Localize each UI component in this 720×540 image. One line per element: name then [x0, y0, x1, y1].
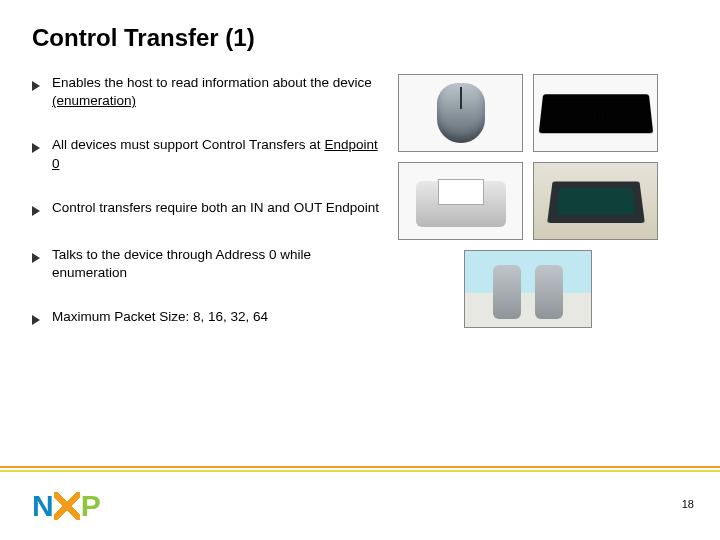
- svg-marker-2: [32, 206, 40, 216]
- image-mouse: [398, 74, 523, 152]
- bullet-item: Maximum Packet Size: 8, 16, 32, 64: [32, 308, 382, 329]
- slide-title: Control Transfer (1): [32, 24, 688, 52]
- bullet-item: Control transfers require both an IN and…: [32, 199, 382, 220]
- bullet-text: Control transfers require both an IN and…: [52, 199, 379, 217]
- footer-divider: [0, 466, 720, 472]
- triangle-icon: [32, 249, 46, 267]
- bullet-text-underlined: (enumeration): [52, 93, 136, 108]
- footer: N P 18: [0, 466, 720, 540]
- bullet-text: All devices must support Control Transfe…: [52, 136, 382, 172]
- svg-marker-0: [32, 81, 40, 91]
- bullet-text: Enables the host to read information abo…: [52, 74, 382, 110]
- image-printer: [398, 162, 523, 240]
- image-scanner: [533, 162, 658, 240]
- bullet-text-pre: All devices must support Control Transfe…: [52, 137, 324, 152]
- bullet-text: Maximum Packet Size: 8, 16, 32, 64: [52, 308, 268, 326]
- bullet-text-pre: Control transfers require both an IN and…: [52, 200, 379, 215]
- bullet-text-pre: Talks to the device through Address 0 wh…: [52, 247, 311, 280]
- triangle-icon: [32, 311, 46, 329]
- bullet-text-pre: Enables the host to read information abo…: [52, 75, 372, 90]
- bullet-list: Enables the host to read information abo…: [32, 74, 382, 355]
- triangle-icon: [32, 139, 46, 157]
- svg-marker-1: [32, 143, 40, 153]
- bullet-item: All devices must support Control Transfe…: [32, 136, 382, 172]
- image-keyboard: [533, 74, 658, 152]
- slide: Control Transfer (1) Enables the host to…: [0, 0, 720, 540]
- bullet-text: Talks to the device through Address 0 wh…: [52, 246, 382, 282]
- page-number: 18: [682, 498, 694, 510]
- nxp-logo: N P: [32, 491, 100, 521]
- svg-marker-3: [32, 253, 40, 263]
- image-grid: [398, 74, 658, 355]
- logo-letter-x: [54, 492, 80, 520]
- triangle-icon: [32, 77, 46, 95]
- logo-letter-n: N: [32, 491, 53, 521]
- svg-marker-4: [32, 315, 40, 325]
- bullet-text-pre: Maximum Packet Size: 8, 16, 32, 64: [52, 309, 268, 324]
- logo-letter-p: P: [81, 491, 100, 521]
- triangle-icon: [32, 202, 46, 220]
- content-area: Enables the host to read information abo…: [32, 74, 688, 355]
- bullet-item: Talks to the device through Address 0 wh…: [32, 246, 382, 282]
- bullet-item: Enables the host to read information abo…: [32, 74, 382, 110]
- image-speakers: [464, 250, 592, 328]
